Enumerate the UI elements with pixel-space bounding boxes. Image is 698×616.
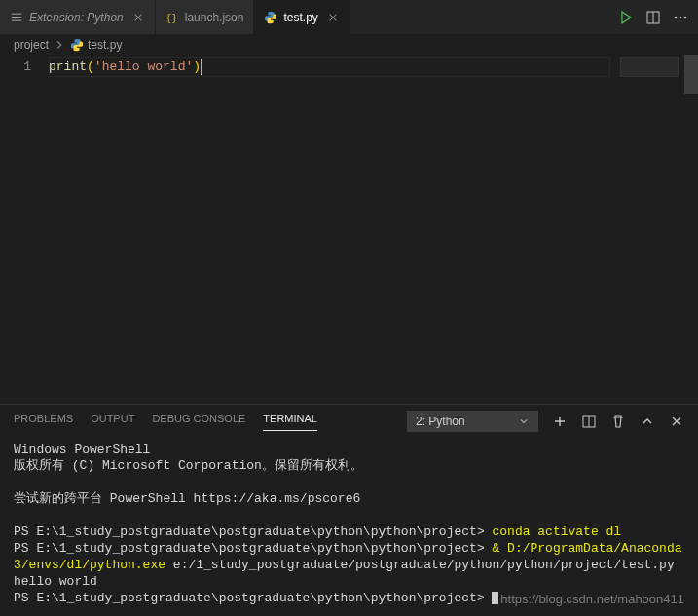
chevron-down-icon	[518, 416, 530, 427]
terminal-amp: &	[492, 541, 507, 556]
tab-label: test.py	[283, 11, 317, 24]
minimap[interactable]	[620, 57, 679, 77]
text-cursor	[201, 59, 202, 75]
tab-extension-python[interactable]: Extension: Python	[0, 0, 156, 34]
panel-actions: 2: Python	[407, 411, 684, 432]
close-icon[interactable]	[131, 11, 145, 24]
editor-actions	[608, 10, 698, 25]
terminal-arg: e:/1_study_postgraduate/postgraduate/pyt…	[165, 558, 675, 572]
line-number: 1	[0, 57, 31, 77]
trash-icon[interactable]	[610, 414, 626, 429]
split-terminal-icon[interactable]	[581, 414, 597, 429]
terminal-prompt: PS E:\1_study_postgraduate\postgraduate\…	[14, 591, 492, 605]
list-icon	[10, 11, 23, 24]
scrollbar-vertical[interactable]	[684, 55, 698, 94]
tab-label: launch.json	[185, 11, 244, 24]
terminal-line: Windows PowerShell	[14, 442, 150, 456]
code-editor[interactable]: 1 print('hello world')	[0, 55, 698, 404]
svg-point-5	[684, 16, 687, 18]
watermark: https://blog.csdn.net/mahoon411	[500, 592, 684, 606]
code-content[interactable]: print('hello world')	[49, 55, 698, 404]
token-string: 'hello world'	[94, 59, 193, 74]
terminal-line: 版权所有 (C) Microsoft Corporation。保留所有权利。	[14, 458, 363, 473]
new-terminal-icon[interactable]	[552, 414, 568, 429]
close-panel-icon[interactable]	[669, 414, 684, 429]
panel-header: PROBLEMS OUTPUT DEBUG CONSOLE TERMINAL 2…	[0, 404, 698, 438]
split-editor-icon[interactable]	[645, 10, 661, 25]
token-paren: )	[193, 59, 201, 74]
token-function: print	[49, 59, 87, 74]
terminal-stdout: hello world	[14, 574, 97, 589]
token-paren: (	[87, 59, 94, 74]
terminal-line: 尝试新的跨平台 PowerShell https://aka.ms/pscore…	[14, 491, 360, 506]
tab-label: Extension: Python	[29, 11, 124, 24]
panel-tabs: PROBLEMS OUTPUT DEBUG CONSOLE TERMINAL	[14, 413, 317, 431]
chevron-right-icon	[53, 38, 66, 52]
line-gutter: 1	[0, 55, 49, 404]
chevron-up-icon[interactable]	[640, 414, 655, 429]
breadcrumb-file: test.py	[88, 38, 122, 52]
terminal-cursor	[492, 592, 498, 604]
run-icon[interactable]	[618, 10, 634, 25]
panel-tab-output[interactable]: OUTPUT	[91, 413, 134, 431]
editor-tab-bar: Extension: Python {} launch.json test.py	[0, 0, 698, 34]
panel-tab-problems[interactable]: PROBLEMS	[14, 413, 73, 431]
breadcrumb-folder: project	[14, 38, 49, 52]
panel-tab-debug[interactable]: DEBUG CONSOLE	[152, 413, 245, 431]
close-icon[interactable]	[326, 11, 340, 24]
python-icon	[70, 38, 84, 52]
tab-launch-json[interactable]: {} launch.json	[156, 0, 255, 34]
more-actions-icon[interactable]	[673, 10, 688, 25]
terminal-command: conda activate dl	[492, 525, 621, 539]
svg-point-4	[680, 16, 682, 18]
terminal-prompt: PS E:\1_study_postgraduate\postgraduate\…	[14, 525, 492, 539]
svg-text:{}: {}	[165, 11, 178, 22]
terminal-select-label: 2: Python	[416, 415, 465, 428]
terminal-select[interactable]: 2: Python	[407, 411, 538, 432]
tab-test-py[interactable]: test.py	[254, 0, 349, 34]
svg-point-3	[675, 16, 678, 18]
panel-tab-terminal[interactable]: TERMINAL	[263, 413, 317, 431]
terminal-output[interactable]: Windows PowerShell 版权所有 (C) Microsoft Co…	[0, 438, 698, 616]
tabs-container: Extension: Python {} launch.json test.py	[0, 0, 608, 34]
python-icon	[264, 11, 277, 24]
terminal-prompt: PS E:\1_study_postgraduate\postgraduate\…	[14, 541, 492, 556]
breadcrumb[interactable]: project test.py	[0, 34, 698, 55]
json-icon: {}	[165, 11, 179, 24]
